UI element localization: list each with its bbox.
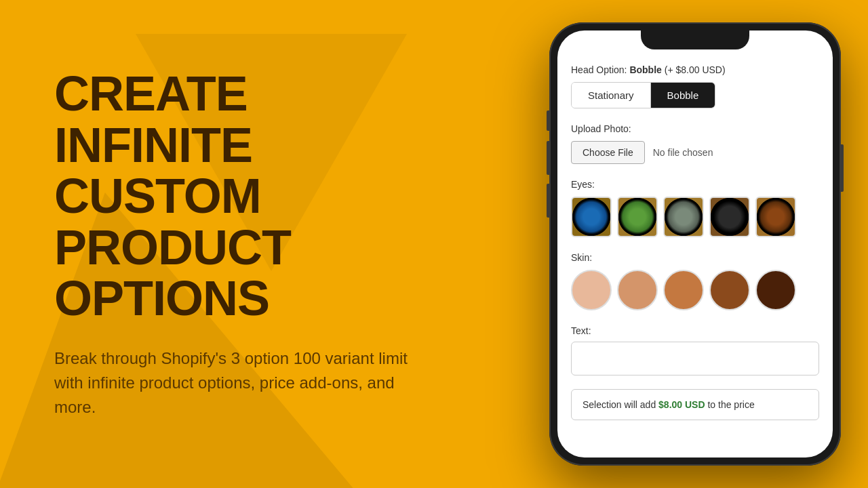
headline: CREATE INFINITE CUSTOM PRODUCT OPTIONS [54, 68, 434, 325]
eye-swatch-blue[interactable] [571, 197, 612, 237]
skin-label: Skin: [571, 252, 819, 263]
text-field-label: Text: [571, 325, 819, 336]
choose-file-button[interactable]: Choose File [571, 141, 645, 164]
skin-swatch-5[interactable] [755, 270, 796, 310]
headline-line1: CREATE [54, 66, 248, 121]
skin-swatch-2[interactable] [617, 270, 658, 310]
head-option-prefix: Head Option: [571, 64, 627, 75]
upload-label: Upload Photo: [571, 123, 819, 134]
stationary-button[interactable]: Stationary [572, 83, 651, 108]
head-option-toggle-group: Stationary Bobble [571, 82, 715, 108]
eye-swatch-green[interactable] [617, 197, 658, 237]
phone-side-btn-vol-up [547, 141, 549, 175]
eye-swatches-group [571, 197, 819, 237]
price-note-prefix: Selection will add [583, 399, 658, 410]
price-note-amount: $8.00 USD [658, 399, 705, 410]
text-input-field[interactable] [571, 342, 819, 375]
phone-frame: Head Option: Bobble (+ $8.00 USD) Statio… [549, 22, 841, 466]
phone-notch [641, 30, 749, 49]
subtext: Break through Shopify's 3 option 100 var… [54, 346, 434, 420]
phone-mockup: Head Option: Bobble (+ $8.00 USD) Statio… [549, 22, 841, 466]
phone-screen: Head Option: Bobble (+ $8.00 USD) Statio… [557, 30, 833, 458]
bobble-button[interactable]: Bobble [651, 83, 715, 108]
head-option-selected: Bobble (+ $8.00 USD) [629, 64, 725, 75]
skin-swatches-group [571, 270, 819, 310]
eye-swatch-brown[interactable] [755, 197, 796, 237]
phone-side-btn-vol-down [547, 184, 549, 218]
no-file-text: No file chosen [653, 147, 713, 158]
upload-row: Choose File No file chosen [571, 141, 819, 164]
eye-swatch-dark[interactable] [709, 197, 750, 237]
phone-side-btn-power [841, 144, 844, 192]
headline-line3: PRODUCT OPTIONS [54, 220, 291, 326]
left-panel: CREATE INFINITE CUSTOM PRODUCT OPTIONS B… [0, 28, 475, 460]
price-note: Selection will add $8.00 USD to the pric… [571, 389, 819, 420]
headline-line2: INFINITE CUSTOM [54, 118, 261, 224]
phone-side-btn-mute [547, 110, 549, 131]
skin-swatch-4[interactable] [709, 270, 750, 310]
eye-swatch-grey[interactable] [663, 197, 704, 237]
skin-swatch-3[interactable] [663, 270, 704, 310]
head-option-section: Head Option: Bobble (+ $8.00 USD) [571, 64, 819, 75]
skin-swatch-1[interactable] [571, 270, 612, 310]
eyes-label: Eyes: [571, 179, 819, 190]
price-note-suffix: to the price [705, 399, 755, 410]
